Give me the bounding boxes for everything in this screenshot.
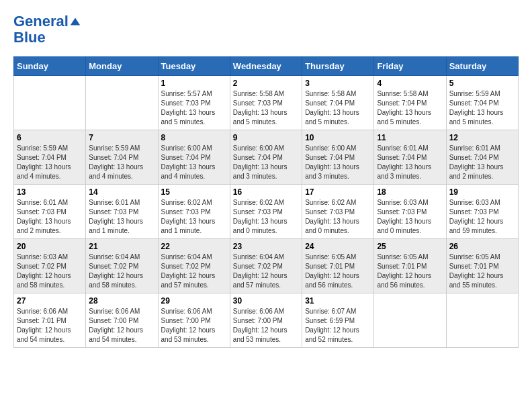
week-row-1: 1Sunrise: 5:57 AM Sunset: 7:03 PM Daylig…	[14, 76, 519, 130]
weekday-header-friday: Friday	[374, 57, 446, 76]
day-info: Sunrise: 5:59 AM Sunset: 7:04 PM Dayligh…	[89, 144, 154, 181]
day-number: 5	[449, 79, 515, 88]
day-cell: 29Sunrise: 6:06 AM Sunset: 7:00 PM Dayli…	[158, 293, 230, 348]
day-cell: 26Sunrise: 6:05 AM Sunset: 7:01 PM Dayli…	[446, 239, 518, 293]
weekday-header-thursday: Thursday	[302, 57, 374, 76]
day-number: 7	[89, 133, 154, 142]
day-number: 21	[89, 242, 154, 251]
day-number: 9	[233, 133, 299, 142]
day-cell: 8Sunrise: 6:00 AM Sunset: 7:04 PM Daylig…	[158, 130, 230, 185]
day-cell: 18Sunrise: 6:03 AM Sunset: 7:03 PM Dayli…	[374, 185, 446, 239]
day-info: Sunrise: 6:06 AM Sunset: 7:01 PM Dayligh…	[17, 307, 83, 345]
day-info: Sunrise: 6:01 AM Sunset: 7:03 PM Dayligh…	[17, 198, 83, 236]
day-info: Sunrise: 6:02 AM Sunset: 7:03 PM Dayligh…	[305, 198, 371, 236]
day-info: Sunrise: 6:02 AM Sunset: 7:03 PM Dayligh…	[233, 198, 299, 236]
day-number: 3	[305, 79, 371, 88]
day-number: 18	[377, 187, 443, 197]
day-cell: 20Sunrise: 6:03 AM Sunset: 7:02 PM Dayli…	[14, 239, 86, 293]
logo: General Blue	[13, 13, 81, 46]
logo-blue: Blue	[13, 30, 81, 46]
day-cell: 13Sunrise: 6:01 AM Sunset: 7:03 PM Dayli…	[14, 185, 86, 239]
day-cell: 3Sunrise: 5:58 AM Sunset: 7:04 PM Daylig…	[302, 76, 374, 130]
weekday-header-row: SundayMondayTuesdayWednesdayThursdayFrid…	[14, 57, 519, 76]
day-cell: 11Sunrise: 6:01 AM Sunset: 7:04 PM Dayli…	[374, 130, 446, 185]
week-row-5: 27Sunrise: 6:06 AM Sunset: 7:01 PM Dayli…	[14, 293, 519, 348]
day-info: Sunrise: 6:05 AM Sunset: 7:01 PM Dayligh…	[305, 253, 371, 290]
day-cell: 22Sunrise: 6:04 AM Sunset: 7:02 PM Dayli…	[158, 239, 230, 293]
day-cell: 14Sunrise: 6:01 AM Sunset: 7:03 PM Dayli…	[86, 185, 158, 239]
day-info: Sunrise: 5:57 AM Sunset: 7:03 PM Dayligh…	[161, 89, 227, 127]
day-number: 6	[17, 133, 83, 142]
day-number: 10	[305, 133, 371, 142]
day-cell	[14, 76, 86, 130]
day-info: Sunrise: 6:00 AM Sunset: 7:04 PM Dayligh…	[161, 144, 227, 181]
logo-icon	[69, 15, 81, 28]
day-cell: 16Sunrise: 6:02 AM Sunset: 7:03 PM Dayli…	[230, 185, 302, 239]
day-info: Sunrise: 6:06 AM Sunset: 7:00 PM Dayligh…	[161, 307, 227, 345]
day-number: 30	[233, 296, 299, 306]
day-cell: 12Sunrise: 6:01 AM Sunset: 7:04 PM Dayli…	[446, 130, 518, 185]
day-info: Sunrise: 6:06 AM Sunset: 7:00 PM Dayligh…	[233, 307, 299, 345]
page-header: General Blue	[13, 13, 519, 46]
svg-marker-0	[71, 18, 80, 26]
day-info: Sunrise: 6:00 AM Sunset: 7:04 PM Dayligh…	[233, 144, 299, 181]
day-info: Sunrise: 6:03 AM Sunset: 7:03 PM Dayligh…	[377, 198, 443, 236]
day-cell	[446, 293, 518, 348]
day-cell: 27Sunrise: 6:06 AM Sunset: 7:01 PM Dayli…	[14, 293, 86, 348]
day-number: 25	[377, 242, 443, 251]
day-cell: 5Sunrise: 5:59 AM Sunset: 7:04 PM Daylig…	[446, 76, 518, 130]
weekday-header-sunday: Sunday	[14, 57, 86, 76]
day-cell: 28Sunrise: 6:06 AM Sunset: 7:00 PM Dayli…	[86, 293, 158, 348]
logo-text: General	[13, 13, 69, 30]
day-info: Sunrise: 6:05 AM Sunset: 7:01 PM Dayligh…	[377, 253, 443, 290]
day-cell: 19Sunrise: 6:03 AM Sunset: 7:03 PM Dayli…	[446, 185, 518, 239]
day-number: 12	[449, 133, 515, 142]
weekday-header-saturday: Saturday	[446, 57, 518, 76]
day-info: Sunrise: 6:01 AM Sunset: 7:04 PM Dayligh…	[449, 144, 515, 181]
day-info: Sunrise: 6:03 AM Sunset: 7:02 PM Dayligh…	[17, 253, 83, 290]
day-info: Sunrise: 6:05 AM Sunset: 7:01 PM Dayligh…	[449, 253, 515, 290]
weekday-header-monday: Monday	[86, 57, 158, 76]
day-number: 19	[449, 187, 515, 197]
day-number: 28	[89, 296, 154, 306]
day-number: 1	[161, 79, 227, 88]
day-number: 22	[161, 242, 227, 251]
day-cell: 15Sunrise: 6:02 AM Sunset: 7:03 PM Dayli…	[158, 185, 230, 239]
day-cell: 31Sunrise: 6:07 AM Sunset: 6:59 PM Dayli…	[302, 293, 374, 348]
day-number: 27	[17, 296, 83, 306]
day-number: 24	[305, 242, 371, 251]
day-number: 31	[305, 296, 371, 306]
day-cell: 24Sunrise: 6:05 AM Sunset: 7:01 PM Dayli…	[302, 239, 374, 293]
day-info: Sunrise: 6:03 AM Sunset: 7:03 PM Dayligh…	[449, 198, 515, 236]
day-number: 11	[377, 133, 443, 142]
day-number: 16	[233, 187, 299, 197]
day-cell: 25Sunrise: 6:05 AM Sunset: 7:01 PM Dayli…	[374, 239, 446, 293]
day-cell	[86, 76, 158, 130]
day-cell: 17Sunrise: 6:02 AM Sunset: 7:03 PM Dayli…	[302, 185, 374, 239]
day-info: Sunrise: 6:02 AM Sunset: 7:03 PM Dayligh…	[161, 198, 227, 236]
day-info: Sunrise: 6:06 AM Sunset: 7:00 PM Dayligh…	[89, 307, 154, 345]
day-number: 23	[233, 242, 299, 251]
day-number: 2	[233, 79, 299, 88]
day-number: 26	[449, 242, 515, 251]
day-number: 13	[17, 187, 83, 197]
day-info: Sunrise: 6:04 AM Sunset: 7:02 PM Dayligh…	[89, 253, 154, 290]
day-info: Sunrise: 6:01 AM Sunset: 7:03 PM Dayligh…	[89, 198, 154, 236]
day-cell: 21Sunrise: 6:04 AM Sunset: 7:02 PM Dayli…	[86, 239, 158, 293]
day-cell: 7Sunrise: 5:59 AM Sunset: 7:04 PM Daylig…	[86, 130, 158, 185]
day-number: 29	[161, 296, 227, 306]
day-number: 14	[89, 187, 154, 197]
week-row-3: 13Sunrise: 6:01 AM Sunset: 7:03 PM Dayli…	[14, 185, 519, 239]
day-number: 15	[161, 187, 227, 197]
day-info: Sunrise: 6:04 AM Sunset: 7:02 PM Dayligh…	[161, 253, 227, 290]
day-info: Sunrise: 5:58 AM Sunset: 7:03 PM Dayligh…	[233, 89, 299, 127]
day-info: Sunrise: 6:07 AM Sunset: 6:59 PM Dayligh…	[305, 307, 371, 345]
day-info: Sunrise: 5:59 AM Sunset: 7:04 PM Dayligh…	[17, 144, 83, 181]
day-info: Sunrise: 6:01 AM Sunset: 7:04 PM Dayligh…	[377, 144, 443, 181]
calendar-table: SundayMondayTuesdayWednesdayThursdayFrid…	[13, 56, 519, 348]
weekday-header-tuesday: Tuesday	[158, 57, 230, 76]
day-cell: 23Sunrise: 6:04 AM Sunset: 7:02 PM Dayli…	[230, 239, 302, 293]
weekday-header-wednesday: Wednesday	[230, 57, 302, 76]
day-number: 4	[377, 79, 443, 88]
week-row-4: 20Sunrise: 6:03 AM Sunset: 7:02 PM Dayli…	[14, 239, 519, 293]
